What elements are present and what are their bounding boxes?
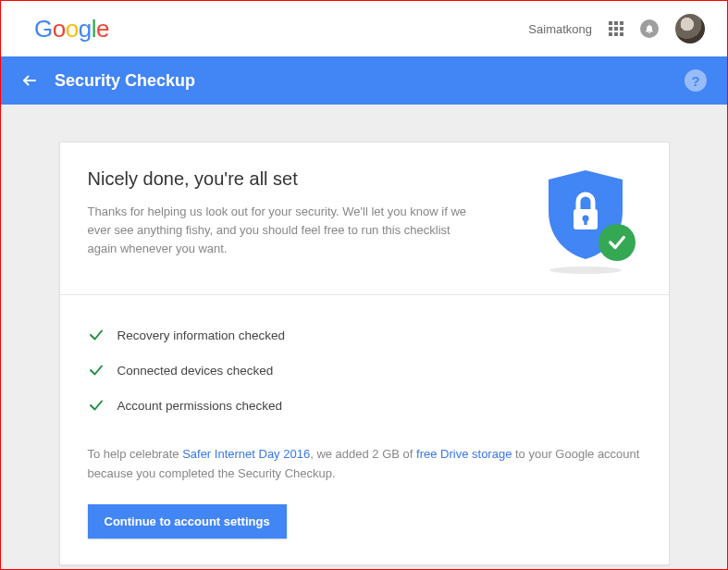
app-header: G o o g l e Saimatkong xyxy=(1,1,727,56)
promo-text: To help celebrate Safer Internet Day 201… xyxy=(88,445,641,484)
promo-segment: To help celebrate xyxy=(88,447,183,461)
safer-internet-link[interactable]: Safer Internet Day 2016 xyxy=(182,447,310,461)
list-item: Account permissions checked xyxy=(88,388,641,423)
logo-letter: o xyxy=(53,15,66,43)
list-item: Recovery information checked xyxy=(88,317,641,353)
card-subtitle: Thanks for helping us look out for your … xyxy=(88,203,467,258)
checklist: Recovery information checked Connected d… xyxy=(88,317,641,423)
checkmark-icon xyxy=(88,362,105,378)
shield-shadow xyxy=(549,266,622,274)
card-body: Recovery information checked Connected d… xyxy=(60,295,669,564)
check-badge-icon xyxy=(598,224,635,261)
checkmark-icon xyxy=(88,397,105,414)
username-label[interactable]: Saimatkong xyxy=(528,22,592,36)
svg-rect-3 xyxy=(584,219,586,225)
notifications-icon[interactable] xyxy=(640,19,659,38)
header-right: Saimatkong xyxy=(528,14,705,43)
result-card: Nicely done, you're all set Thanks for h… xyxy=(59,142,670,565)
apps-icon[interactable] xyxy=(609,21,623,36)
back-arrow-icon[interactable] xyxy=(21,72,38,89)
check-label: Account permissions checked xyxy=(117,399,283,413)
logo-letter: o xyxy=(66,15,79,43)
promo-segment: , we added 2 GB of xyxy=(310,447,416,461)
continue-button[interactable]: Continue to account settings xyxy=(88,504,287,539)
avatar[interactable] xyxy=(675,14,705,43)
google-logo[interactable]: G o o g l e xyxy=(34,15,109,43)
logo-letter: G xyxy=(34,15,53,43)
list-item: Connected devices checked xyxy=(88,353,641,388)
logo-letter: e xyxy=(96,15,109,43)
shield-illustration xyxy=(530,168,641,274)
check-label: Recovery information checked xyxy=(117,328,286,342)
help-icon[interactable]: ? xyxy=(685,69,707,92)
page-toolbar: Security Checkup ? xyxy=(1,56,727,105)
card-header: Nicely done, you're all set Thanks for h… xyxy=(60,142,669,295)
logo-letter: g xyxy=(79,15,92,43)
checkmark-icon xyxy=(88,327,105,343)
card-title: Nicely done, you're all set xyxy=(88,168,467,190)
check-label: Connected devices checked xyxy=(117,364,274,378)
page-title: Security Checkup xyxy=(55,71,195,91)
page-body: Nicely done, you're all set Thanks for h… xyxy=(1,105,727,570)
drive-storage-link[interactable]: free Drive storage xyxy=(416,447,512,461)
